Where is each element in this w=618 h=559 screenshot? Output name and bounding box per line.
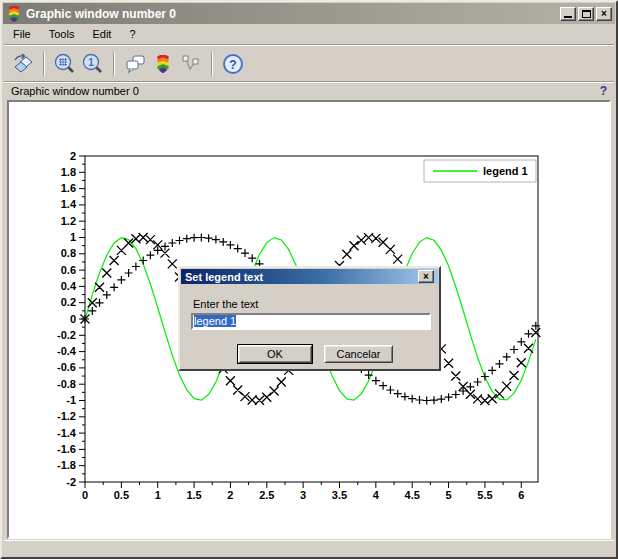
svg-text:-1.2: -1.2 [57, 410, 76, 422]
svg-text:1.5: 1.5 [186, 489, 201, 501]
datatips-icon [180, 53, 202, 75]
help-icon: ? [222, 53, 244, 75]
svg-text:?: ? [229, 57, 236, 71]
svg-text:legend 1: legend 1 [483, 165, 528, 177]
svg-text:1.8: 1.8 [61, 166, 76, 178]
svg-text:0.4: 0.4 [61, 280, 77, 292]
datatips-button[interactable] [177, 50, 205, 78]
svg-text:-0.8: -0.8 [57, 378, 76, 390]
info-text: Graphic window number 0 [11, 85, 139, 97]
cancel-button[interactable]: Cancelar [324, 345, 393, 363]
menu-help[interactable]: ? [127, 27, 137, 41]
help-button[interactable]: ? [219, 50, 247, 78]
maximize-icon [582, 10, 591, 18]
svg-text:-0.2: -0.2 [57, 329, 76, 341]
input-selected-text: legend 1 [194, 315, 236, 327]
dialog-titlebar[interactable]: Set legend text × [181, 269, 438, 284]
info-help-icon[interactable]: ? [600, 84, 607, 98]
svg-text:0.8: 0.8 [61, 247, 76, 259]
svg-text:-1.8: -1.8 [57, 459, 76, 471]
zoom-area-button[interactable] [51, 50, 79, 78]
svg-text:-1: -1 [66, 394, 76, 406]
svg-text:2: 2 [70, 150, 76, 162]
svg-text:1: 1 [88, 57, 94, 68]
maximize-button[interactable] [578, 7, 594, 21]
zoom-area-icon [54, 53, 76, 75]
svg-text:4: 4 [373, 489, 380, 501]
dialog-title: Set legend text [185, 271, 418, 283]
window-title: Graphic window number 0 [26, 7, 558, 21]
svg-text:1: 1 [155, 489, 161, 501]
svg-text:0.6: 0.6 [61, 264, 76, 276]
window-titlebar[interactable]: Graphic window number 0 × [3, 3, 615, 24]
svg-text:-0.6: -0.6 [57, 361, 76, 373]
zoom-reset-button[interactable]: 1 [79, 50, 107, 78]
svg-text:-2: -2 [66, 476, 76, 488]
menu-file[interactable]: File [11, 27, 33, 41]
svg-text:0: 0 [82, 489, 88, 501]
toolbar: 1 [3, 46, 615, 81]
rotate-button[interactable] [9, 50, 37, 78]
legend-text-input[interactable]: legend 1 [191, 313, 431, 330]
svg-text:0.5: 0.5 [114, 489, 129, 501]
ged-icon [124, 53, 146, 75]
toolbar-separator [211, 52, 213, 76]
toolbar-separator [43, 52, 45, 76]
dialog-close-button[interactable]: × [418, 270, 434, 283]
scilab-icon [6, 6, 22, 22]
svg-text:1.4: 1.4 [61, 198, 77, 210]
svg-text:-0.4: -0.4 [57, 345, 77, 357]
scilab-home-button[interactable] [149, 50, 177, 78]
rotate-icon [12, 53, 34, 75]
minimize-icon [564, 16, 572, 18]
svg-text:6: 6 [518, 489, 524, 501]
svg-text:0.2: 0.2 [61, 296, 76, 308]
zoom-one-icon: 1 [82, 53, 104, 75]
svg-text:3: 3 [300, 489, 306, 501]
svg-text:3.5: 3.5 [332, 489, 347, 501]
set-legend-dialog: Set legend text × Enter the text legend … [178, 266, 441, 371]
svg-text:1.6: 1.6 [61, 182, 76, 194]
graphic-window: Graphic window number 0 × File Tools Edi… [0, 0, 618, 559]
scilab-icon [154, 55, 172, 73]
ged-button[interactable] [121, 50, 149, 78]
svg-text:-1.6: -1.6 [57, 443, 76, 455]
info-bar: Graphic window number 0 ? [3, 82, 615, 100]
ok-button[interactable]: OK [238, 345, 312, 363]
svg-text:0: 0 [70, 313, 76, 325]
menu-bar: File Tools Edit ? [3, 25, 615, 43]
svg-text:1.2: 1.2 [61, 215, 76, 227]
svg-text:5: 5 [446, 489, 452, 501]
menu-tools[interactable]: Tools [47, 27, 77, 41]
svg-text:2.5: 2.5 [259, 489, 274, 501]
svg-text:1: 1 [70, 231, 76, 243]
svg-text:-1.4: -1.4 [57, 427, 77, 439]
minimize-button[interactable] [560, 7, 576, 21]
toolbar-separator [113, 52, 115, 76]
close-button[interactable]: × [596, 7, 612, 21]
status-bar [4, 540, 614, 555]
dialog-label: Enter the text [193, 298, 258, 310]
svg-text:5.5: 5.5 [477, 489, 492, 501]
svg-text:4.5: 4.5 [405, 489, 420, 501]
svg-text:2: 2 [227, 489, 233, 501]
menu-edit[interactable]: Edit [90, 27, 113, 41]
